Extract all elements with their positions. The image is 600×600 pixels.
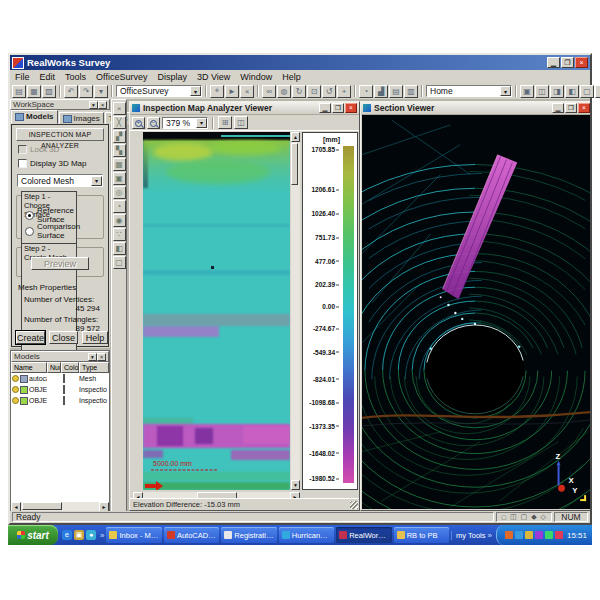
close-form-button[interactable]: Close	[49, 331, 78, 344]
menu-item[interactable]: Tools	[60, 72, 91, 82]
tray-display-icon[interactable]	[535, 531, 543, 539]
column-type[interactable]: Type	[79, 362, 109, 373]
orbit-icon[interactable]: ◍	[277, 85, 291, 98]
tray-power-icon[interactable]	[555, 531, 563, 539]
view-pane-icon[interactable]: ◫	[508, 513, 519, 521]
open-icon[interactable]: ▤	[12, 85, 26, 98]
target-icon[interactable]: ◎	[113, 186, 126, 199]
taskbar-task[interactable]: Inbox - Microsof...	[106, 527, 161, 543]
refresh-icon[interactable]: ↺	[322, 85, 336, 98]
section-3d-view[interactable]: Z X Y	[362, 115, 590, 509]
split-icon[interactable]: ◨	[550, 85, 564, 98]
osnap-icon[interactable]: ◇	[539, 513, 548, 521]
close-button[interactable]: ×	[345, 103, 357, 113]
scroll-thumb[interactable]	[291, 143, 298, 185]
print-icon[interactable]: ▧	[42, 85, 56, 98]
pan-icon[interactable]: ◫	[234, 116, 248, 129]
layers-icon[interactable]: ▤	[389, 85, 403, 98]
scroll-thumb[interactable]	[22, 502, 62, 510]
menu-item[interactable]: Help	[277, 72, 306, 82]
resize-grip[interactable]	[350, 501, 358, 509]
visibility-icon[interactable]	[12, 386, 19, 393]
maximize-button[interactable]: ❐	[332, 103, 344, 113]
column-num[interactable]: Num...	[47, 362, 61, 373]
radio-icon[interactable]	[25, 211, 34, 220]
my-tools-overflow-icon[interactable]: »	[488, 531, 492, 540]
taskbar-task[interactable]: RealWorks Survey	[336, 527, 391, 543]
map-vscrollbar[interactable]: ▲ ▼	[291, 132, 300, 490]
column-color[interactable]: Color	[61, 362, 79, 373]
media-icon[interactable]: ●	[86, 530, 96, 540]
minimize-button[interactable]: ▁	[552, 103, 564, 113]
checkbox-icon[interactable]	[18, 145, 27, 154]
maximize-button[interactable]: ❐	[565, 103, 577, 113]
close-button[interactable]: ×	[575, 57, 588, 68]
view-grid-icon[interactable]: □	[500, 514, 508, 521]
tray-network-icon[interactable]	[515, 531, 523, 539]
preview-button[interactable]: Preview	[31, 257, 89, 270]
map-window-titlebar[interactable]: Inspection Map Analyzer Viewer ▁ ❐ ×	[130, 102, 359, 115]
scroll-down-icon[interactable]: ▼	[291, 480, 300, 490]
combo-arrow-icon[interactable]: ▾	[196, 118, 207, 128]
view-combo[interactable]: Home ▾	[426, 85, 512, 97]
tray-alert-icon[interactable]	[505, 531, 513, 539]
section-window-titlebar[interactable]: Section Viewer ▁ ❐ ×	[361, 102, 590, 115]
fit-icon[interactable]: ⊡	[307, 85, 321, 98]
inspection-heatmap[interactable]: 5000.00 mm	[143, 132, 290, 490]
minimize-button[interactable]: ▁	[319, 103, 331, 113]
zoom-level-combo[interactable]: 379 % ▾	[162, 117, 208, 129]
title-bar[interactable]: RealWorks Survey ▁ ❐ ×	[10, 55, 590, 70]
menu-item[interactable]: 3D View	[192, 72, 235, 82]
zoom-out-icon[interactable]: −	[147, 117, 160, 129]
radio-icon[interactable]	[25, 227, 34, 236]
viewport-icon[interactable]: ◧	[565, 85, 579, 98]
taskbar-task[interactable]: Registration Rep...	[221, 527, 276, 543]
measure-icon[interactable]: +	[337, 85, 351, 98]
column-name[interactable]: Name	[11, 362, 47, 373]
frame-icon[interactable]: ▢	[113, 256, 126, 269]
combo-arrow-icon[interactable]: ▾	[190, 86, 201, 96]
create-button[interactable]: Create	[16, 331, 45, 344]
visibility-icon[interactable]	[12, 375, 19, 382]
view-frame-icon[interactable]: ▢	[519, 513, 530, 521]
panel-close-button[interactable]: ×	[98, 101, 107, 109]
minimize-button[interactable]: ▁	[547, 57, 560, 68]
fit-view-icon[interactable]: ⊞	[218, 116, 232, 129]
cascade-icon[interactable]: ▣	[520, 85, 534, 98]
menu-item[interactable]: File	[10, 72, 35, 82]
start-button[interactable]: start	[8, 525, 58, 545]
restore-button[interactable]: ❐	[561, 57, 574, 68]
snap-icon[interactable]: ◆	[529, 513, 538, 521]
menu-item[interactable]: OfficeSurvey	[91, 72, 152, 82]
delete-icon[interactable]: ×	[113, 102, 126, 115]
clear-icon[interactable]: ×	[240, 85, 254, 98]
time-icon[interactable]: ◔	[359, 85, 373, 98]
combo-arrow-icon[interactable]: ▾	[500, 86, 511, 96]
zoom-in-icon[interactable]: +	[132, 117, 145, 129]
link-icon[interactable]: ∞	[262, 85, 276, 98]
options-icon[interactable]: ▾	[94, 85, 108, 98]
history-icon[interactable]: ◔	[113, 200, 126, 213]
chart-icon[interactable]: ▟	[374, 85, 388, 98]
undo-icon[interactable]: ↶	[64, 85, 78, 98]
clip-icon[interactable]: ╳	[113, 116, 126, 129]
tile-icon[interactable]: ◫	[535, 85, 549, 98]
taskbar-task[interactable]: RB to PB	[394, 527, 449, 543]
save-icon[interactable]: ▦	[27, 85, 41, 98]
models-caption[interactable]: Models ▾ ×	[11, 351, 109, 362]
close-all-icon[interactable]: ×	[595, 85, 600, 98]
tray-antivirus-icon[interactable]	[525, 531, 533, 539]
projection-icon[interactable]: ◧	[113, 242, 126, 255]
redo-icon[interactable]: ↷	[79, 85, 93, 98]
checkbox-icon[interactable]	[18, 159, 27, 168]
display-3d-checkbox[interactable]: Display 3D Map	[18, 159, 86, 168]
tab-images[interactable]: Images	[59, 112, 104, 124]
project-combo[interactable]: OfficeSurvey ▾	[116, 85, 202, 97]
table-row[interactable]: OBJECT... Inspectio	[11, 395, 109, 406]
combo-arrow-icon[interactable]: ▾	[91, 176, 102, 186]
panel-menu-button[interactable]: ▾	[88, 353, 97, 361]
rotate-icon[interactable]: ↻	[292, 85, 306, 98]
pane-icon[interactable]: ▢	[580, 85, 594, 98]
show-desktop-icon[interactable]: ▣	[74, 530, 84, 540]
tab-models[interactable]: Models	[11, 110, 58, 124]
